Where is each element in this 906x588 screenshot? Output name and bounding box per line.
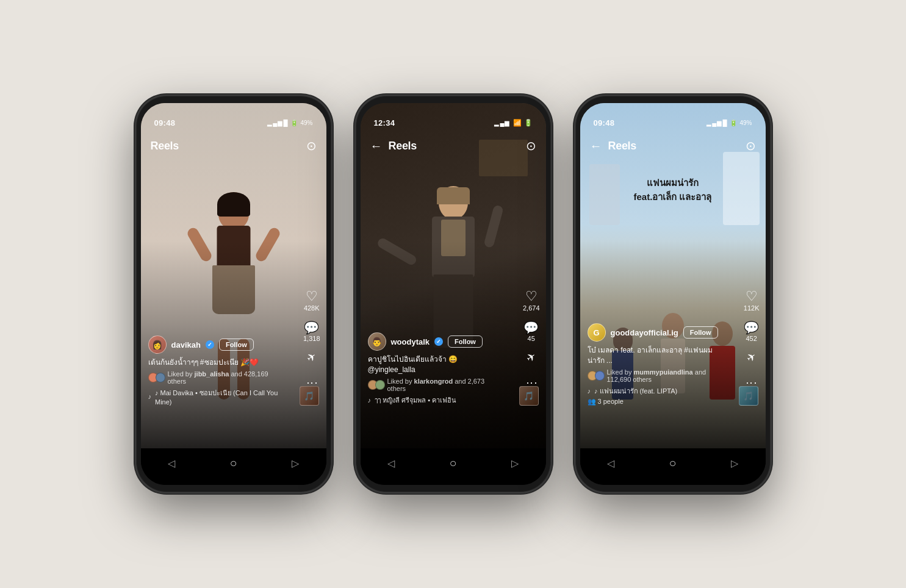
music-row-3: ♪ ♪ แฟนผมน่ารัก (feat. LIPTA) bbox=[588, 385, 722, 396]
liked-count-text-3: 112,690 others bbox=[607, 376, 652, 383]
camera-icon-1[interactable]: ⊙ bbox=[306, 138, 317, 153]
text-overlay-3: แฟนผมน่ารัก feat.อาเล็ก และอาลุ bbox=[580, 176, 766, 204]
nav-left-3[interactable]: ◁ bbox=[607, 457, 614, 469]
liked-by-1: jibb_alisha bbox=[195, 370, 229, 378]
comment-icon-1: 💬 bbox=[304, 321, 319, 334]
comment-count-3: 452 bbox=[746, 335, 757, 342]
header-title-2: Reels bbox=[389, 140, 417, 152]
follow-button-2[interactable]: Follow bbox=[448, 335, 483, 348]
bottom-info-3: G gooddayofficial.ig Follow โบ๋ เมลดา fe… bbox=[580, 323, 729, 406]
bottom-bar-1: ◁ ○ ▷ bbox=[141, 448, 326, 485]
liked-text-2: Liked by klarkongrod and 2,673 others bbox=[387, 378, 502, 392]
bottom-info-1: 👩 davikah Follow เต้นก้นยังน้ำาๆๆ #ซอมปะ… bbox=[141, 335, 290, 406]
signal-icon-2: ▂▄▆ bbox=[494, 120, 510, 126]
battery-icon-1: 🔋 bbox=[290, 120, 298, 126]
like-count-1: 428K bbox=[304, 304, 320, 312]
battery-pct-1: 49% bbox=[300, 120, 312, 126]
nav-right-2[interactable]: ▷ bbox=[511, 457, 519, 469]
caption-2: คาปูชิโนไปอินเดียแล้วจ้า 😄 @yinglee_lall… bbox=[368, 354, 502, 375]
nav-left-2[interactable]: ◁ bbox=[387, 457, 395, 469]
share-icon-2: ✈ bbox=[524, 350, 538, 364]
bottom-info-2: 👨 woodytalk Follow คาปูชิโนไปอินเดียแล้ว… bbox=[361, 332, 509, 406]
status-bar-2: 12:34 ▂▄▆ 📶 🔋 bbox=[361, 110, 546, 135]
status-time-2: 12:34 bbox=[374, 118, 395, 127]
camera-icon-2[interactable]: ⊙ bbox=[526, 138, 536, 153]
status-icons-1: ▂▄▆█ 🔋 49% bbox=[267, 120, 312, 126]
liked-row-1: Liked by jibb_alisha and 428,169 others bbox=[148, 370, 282, 385]
comment-count-2: 45 bbox=[528, 335, 535, 342]
like-count-3: 112K bbox=[744, 304, 760, 312]
header-title-3: Reels bbox=[608, 140, 637, 152]
follow-button-1[interactable]: Follow bbox=[219, 339, 254, 351]
username-2[interactable]: woodytalk bbox=[391, 337, 430, 346]
phone-2: 12:34 ▂▄▆ 📶 🔋 ← Reels ⊙ bbox=[356, 96, 551, 492]
music-thumb-2: 🎵 bbox=[519, 386, 539, 406]
avatar-letter-3: G bbox=[593, 328, 599, 337]
music-text-3: ♪ แฟนผมน่ารัก (feat. LIPTA) bbox=[594, 385, 677, 396]
like-action-1[interactable]: ♡ 428K bbox=[304, 290, 320, 312]
share-action-1[interactable]: ✈ bbox=[307, 352, 316, 363]
liked-text-3: Liked by mummypuiandlina and 112,690 oth… bbox=[607, 368, 722, 383]
collaborators-3: 👥 3 people bbox=[588, 398, 624, 406]
comment-action-2[interactable]: 💬 45 bbox=[523, 321, 539, 342]
battery-icon-2: 🔋 bbox=[524, 119, 533, 127]
liked-avatar-3b bbox=[595, 371, 605, 381]
music-note-icon-1: ♪ bbox=[148, 393, 152, 400]
like-action-3[interactable]: ♡ 112K bbox=[744, 290, 760, 312]
status-icons-3: ▂▄▆█ 🔋 49% bbox=[706, 120, 752, 126]
user-avatar-3: G bbox=[588, 323, 606, 342]
comment-action-1[interactable]: 💬 1,318 bbox=[303, 321, 320, 342]
liked-text-1: Liked by jibb_alisha and 428,169 others bbox=[168, 370, 282, 385]
ig-header-2: ← Reels ⊙ bbox=[361, 132, 546, 159]
comment-count-1: 1,318 bbox=[303, 335, 320, 342]
comment-action-3[interactable]: 💬 452 bbox=[744, 321, 759, 342]
header-title-1: Reels bbox=[151, 140, 179, 152]
user-row-2: 👨 woodytalk Follow bbox=[368, 332, 502, 351]
heart-icon-3: ♡ bbox=[746, 290, 758, 303]
heart-icon-2: ♡ bbox=[525, 290, 537, 303]
music-row-2: ♪ ๅๅ หญิงลี ศรีจุมพล • คาเฟอิน bbox=[368, 395, 502, 406]
music-thumb-1: 🎵 bbox=[300, 386, 319, 406]
nav-right-1[interactable]: ▷ bbox=[292, 457, 299, 469]
camera-icon-3[interactable]: ⊙ bbox=[746, 138, 756, 153]
liked-row-3: Liked by mummypuiandlina and 112,690 oth… bbox=[588, 368, 722, 383]
signal-icon-1: ▂▄▆█ bbox=[267, 120, 288, 126]
verified-badge-1 bbox=[206, 340, 214, 349]
share-icon-3: ✈ bbox=[744, 350, 758, 364]
heart-icon-1: ♡ bbox=[306, 290, 318, 303]
music-note-icon-3: ♪ bbox=[588, 387, 591, 395]
share-action-2[interactable]: ✈ bbox=[527, 352, 536, 363]
comment-icon-2: 💬 bbox=[523, 321, 539, 334]
back-arrow-3[interactable]: ← bbox=[590, 139, 602, 153]
status-bar-3: 09:48 ▂▄▆█ 🔋 49% bbox=[580, 110, 766, 135]
back-arrow-2[interactable]: ← bbox=[370, 139, 383, 153]
ig-header-3: ← Reels ⊙ bbox=[580, 132, 766, 159]
nav-home-3[interactable]: ○ bbox=[669, 456, 676, 470]
liked-avatar-2b bbox=[375, 380, 385, 390]
like-action-2[interactable]: ♡ 2,674 bbox=[523, 290, 540, 312]
music-thumb-3: 🎵 bbox=[739, 386, 758, 406]
music-note-icon-2: ♪ bbox=[368, 396, 372, 404]
follow-button-3[interactable]: Follow bbox=[683, 326, 718, 339]
caption-1: เต้นก้นยังน้ำาๆๆ #ซอมปะเนีย 🎉❤️ bbox=[148, 357, 282, 368]
user-row-1: 👩 davikah Follow bbox=[148, 335, 282, 354]
username-3[interactable]: gooddayofficial.ig bbox=[611, 328, 678, 337]
music-text-1: ♪ Mai Davika • ซอมปะเนีย (Can I Call You… bbox=[155, 387, 282, 406]
liked-avatars-3 bbox=[588, 371, 605, 381]
username-1[interactable]: davikah bbox=[171, 340, 201, 350]
status-bar-1: 09:48 ▂▄▆█ 🔋 49% bbox=[141, 110, 326, 135]
side-actions-1: ♡ 428K 💬 1,318 ✈ bbox=[303, 290, 320, 363]
share-action-3[interactable]: ✈ bbox=[747, 352, 756, 363]
wifi-icon-2: 📶 bbox=[513, 119, 522, 127]
side-actions-3: ♡ 112K 💬 452 ✈ bbox=[744, 290, 760, 363]
verified-badge-2 bbox=[434, 337, 443, 346]
nav-home-1[interactable]: ○ bbox=[229, 456, 237, 470]
nav-left-1[interactable]: ◁ bbox=[168, 457, 175, 469]
ig-header-1: Reels ⊙ bbox=[141, 132, 326, 159]
nav-right-3[interactable]: ▷ bbox=[731, 457, 738, 469]
liked-row-2: Liked by klarkongrod and 2,673 others bbox=[368, 378, 502, 392]
nav-home-2[interactable]: ○ bbox=[449, 456, 456, 470]
like-count-2: 2,674 bbox=[523, 304, 540, 312]
music-row-1: ♪ ♪ Mai Davika • ซอมปะเนีย (Can I Call Y… bbox=[148, 387, 282, 406]
caption-3: โบ๋ เมลดา feat. อาเล็กและอาลุ #แฟนผมน่าร… bbox=[588, 345, 722, 366]
